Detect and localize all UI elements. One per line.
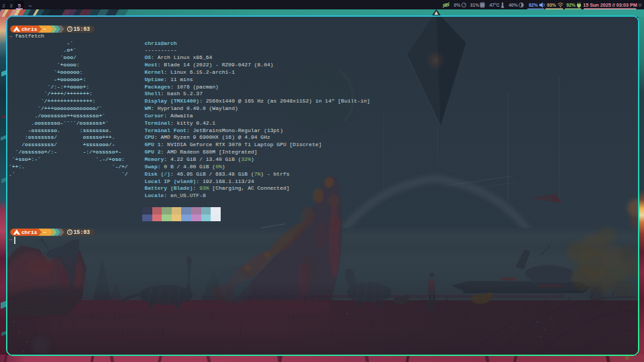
svg-text:~: ~ — [43, 26, 46, 32]
svg-text:47°C: 47°C — [489, 3, 499, 7]
svg-text:chris: chris — [21, 26, 38, 32]
svg-text:chris: chris — [21, 229, 38, 235]
svg-text:3: 3 — [9, 3, 13, 9]
svg-text:15:03: 15:03 — [73, 229, 90, 235]
svg-text:15 Sun 2025 // 03:03 PM: 15 Sun 2025 // 03:03 PM — [583, 2, 637, 8]
svg-text:~: ~ — [28, 3, 32, 9]
svg-text:5: 5 — [17, 3, 21, 9]
svg-text:93%: 93% — [547, 3, 556, 7]
svg-text:31%: 31% — [470, 3, 480, 7]
svg-text:82%: 82% — [529, 3, 538, 7]
svg-text:40%: 40% — [508, 3, 518, 7]
svg-text:15:03: 15:03 — [73, 26, 90, 32]
svg-text:2: 2 — [2, 3, 5, 9]
svg-text:~: ~ — [43, 229, 46, 235]
svg-text:92%: 92% — [566, 3, 576, 7]
svg-text:0%: 0% — [454, 3, 461, 7]
